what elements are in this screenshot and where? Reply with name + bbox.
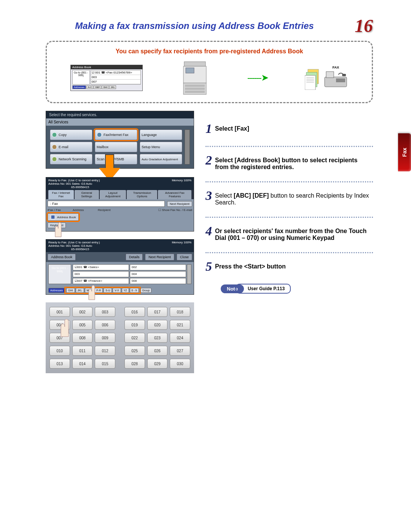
list-item[interactable]: 008 [130, 278, 186, 284]
mini-tab: A-C [86, 85, 93, 89]
show-fax-checkbox[interactable]: Show Fax No. / E-mail [162, 208, 192, 212]
keypad-button[interactable]: 014 [72, 359, 93, 369]
scrollbar[interactable] [187, 264, 191, 284]
filter-ghi[interactable]: GHI [66, 288, 75, 293]
keypad-button[interactable]: 001 [49, 307, 70, 317]
callout-text: You can specify fax recipients from pre-… [54, 48, 365, 55]
filter-su[interactable]: S-U [104, 288, 112, 293]
list-item[interactable]: ☑007 ☎ <Finance> [73, 278, 129, 284]
pointing-hand-icon [84, 285, 96, 300]
filter-09[interactable]: 0 - 9 [130, 288, 139, 293]
keypad-button[interactable]: 024 [170, 333, 190, 343]
mini-tab: JKL [109, 85, 116, 89]
filter-yz[interactable]: YZ [122, 288, 129, 293]
svc-gradation-button[interactable]: Auto Gradation Adjustment [140, 154, 182, 165]
step-number: 4 [206, 225, 212, 238]
tab-layout[interactable]: Layout Adjustment [100, 190, 126, 199]
keypad-button[interactable]: 028 [124, 359, 145, 369]
keypad-button[interactable]: 003 [95, 307, 115, 317]
step-text: Or select recipients' fax number from th… [215, 228, 366, 241]
svc-email-button[interactable]: E-mail [50, 142, 92, 152]
svc-language-button[interactable]: Language [140, 129, 182, 140]
close-button[interactable]: Close [177, 254, 192, 260]
step-5: 5 Press the <Start> button [206, 260, 373, 273]
svg-rect-0 [184, 62, 206, 66]
keypad-button[interactable]: 016 [124, 307, 145, 317]
keypad-button[interactable]: 030 [170, 359, 190, 369]
tab-transmission[interactable]: Transmission Options [127, 190, 157, 199]
filter-addresses[interactable]: Addresses [48, 288, 65, 293]
keypad-button[interactable]: 005 [72, 320, 93, 330]
tab-fax[interactable]: Fax / Internet Fax [48, 190, 74, 199]
col-recipient: Recipient [98, 208, 156, 212]
pointing-hand-icon [56, 319, 70, 338]
keypad-button[interactable]: 012 [95, 346, 115, 356]
keypad-button[interactable]: 022 [124, 333, 145, 343]
scan-icon [52, 157, 57, 162]
keypad-button[interactable]: 020 [147, 320, 168, 330]
filter-pr[interactable]: P-R [94, 288, 103, 293]
list-item[interactable]: ☑001 ☎ <Sales> [73, 264, 129, 270]
copier-icon [180, 59, 210, 97]
mini-entry: 007 [91, 80, 140, 84]
keypad-button[interactable]: 023 [147, 333, 168, 343]
list-item[interactable]: 003 [73, 271, 129, 277]
keypad-button[interactable]: 015 [95, 359, 115, 369]
keypad-button[interactable]: 002 [72, 307, 93, 317]
mini-addrbook-title: Address Book [71, 65, 142, 69]
svc-setup-button[interactable]: Setup Menu [140, 142, 182, 152]
keypad-button[interactable]: 010 [49, 346, 70, 356]
list-item[interactable]: 002 [130, 264, 186, 270]
note-text: User Guide P.113 [236, 284, 291, 294]
services-header: Select the required services. [46, 111, 194, 118]
svc-label: Network Scanning [59, 157, 86, 161]
keypad-button[interactable]: 018 [170, 307, 190, 317]
svc-fax-button[interactable]: Fax/Internet Fax [95, 129, 137, 140]
mini-goto: Go to (001 - 999) [72, 70, 90, 85]
tab-advanced[interactable]: Advanced Fax Features [158, 190, 191, 199]
keypad-button[interactable]: 017 [147, 307, 168, 317]
step-4: 4 Or select recipients' fax number from … [206, 225, 373, 241]
mini-entry: 001 ☎ <Fax 0123456789> [91, 70, 140, 75]
svg-rect-16 [336, 78, 345, 82]
svc-mailbox-button[interactable]: Mailbox [95, 142, 137, 152]
tab-general[interactable]: General Settings [75, 190, 99, 199]
list-item[interactable]: 004 [130, 271, 186, 277]
keypad-button[interactable]: 009 [95, 333, 115, 343]
keypad-button[interactable]: 011 [72, 346, 93, 356]
address-book-button[interactable]: Address Book [48, 213, 79, 221]
fax-number-field[interactable]: : Fax [48, 201, 165, 207]
goto-input[interactable]: Go to (001 - 999) [48, 264, 71, 284]
svg-point-18 [52, 133, 57, 137]
memory-status: Memory 100% [172, 241, 191, 251]
note: Note User Guide P.113 [221, 284, 373, 294]
keypad-button[interactable]: 013 [49, 359, 70, 369]
keypad-button[interactable]: 021 [170, 320, 190, 330]
next-recipient-button[interactable]: Next Recipient [167, 201, 192, 207]
svc-copy-button[interactable]: Copy [50, 129, 92, 140]
svg-rect-5 [185, 88, 205, 90]
svc-scan-button[interactable]: Network Scanning [50, 154, 92, 165]
mini-tab-addresses: Addresses [72, 85, 86, 89]
keypad-button[interactable]: 027 [170, 346, 190, 356]
keypad-button[interactable]: 029 [147, 359, 168, 369]
scrollbar[interactable] [185, 129, 190, 165]
filter-vx[interactable]: V-X [113, 288, 121, 293]
step-text: Select [Fax] [215, 125, 249, 132]
mini-list: 001 ☎ <Fax 0123456789> 003 007 [91, 70, 141, 85]
filter-group[interactable]: Group [140, 288, 151, 293]
svc-ftp-button[interactable]: Scan to FTP/SMB [95, 154, 137, 165]
keypad-button[interactable]: 008 [72, 333, 93, 343]
keypad-button[interactable]: 019 [124, 320, 145, 330]
svg-rect-6 [185, 91, 205, 93]
step-number: 2 [206, 154, 212, 167]
keypad-button[interactable]: 006 [95, 320, 115, 330]
keypad-button[interactable]: 025 [124, 346, 145, 356]
keypad-button[interactable]: 026 [147, 346, 168, 356]
fax-entry-screen: Ready to Fax. (Use C to cancel entry.) A… [46, 177, 194, 232]
filter-jkl[interactable]: JKL [76, 288, 84, 293]
details-button[interactable]: Details [126, 254, 143, 260]
divider [206, 252, 373, 253]
svg-point-20 [52, 145, 57, 149]
next-recipient-button[interactable]: Next Recipient [145, 254, 174, 260]
